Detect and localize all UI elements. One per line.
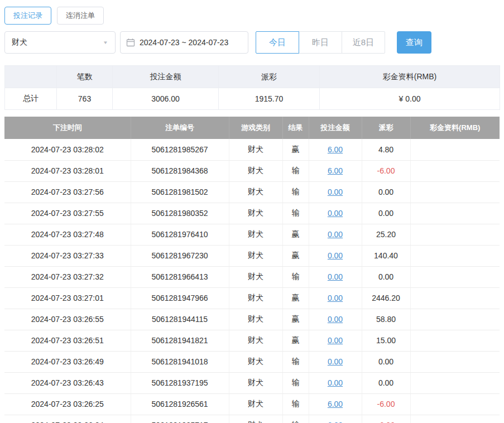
bet-amount-link[interactable]: 0.00 bbox=[328, 230, 343, 239]
result-cell: 输 bbox=[282, 351, 309, 372]
bonus-cell bbox=[410, 287, 500, 309]
bonus-cell bbox=[410, 351, 500, 372]
table-row: 2024-07-23 03:28:01 5061281984368 财犬 输 6… bbox=[4, 160, 500, 181]
result-cell: 输 bbox=[282, 372, 309, 393]
quick-range-group: 今日 昨日 近8日 bbox=[256, 31, 385, 54]
bet-amount-link[interactable]: 0.00 bbox=[328, 272, 343, 281]
bet-time-cell: 2024-07-23 03:26:51 bbox=[4, 330, 131, 351]
bet-time-cell: 2024-07-23 03:26:55 bbox=[4, 309, 131, 330]
summary-table: 笔数 投注金额 派彩 彩金资料(RMB) 总计 763 3006.00 1915… bbox=[4, 65, 500, 110]
bet-time-cell: 2024-07-23 03:26:43 bbox=[4, 372, 131, 393]
payout-cell: 2446.20 bbox=[362, 287, 410, 309]
bet-amount-link[interactable]: 0.00 bbox=[328, 315, 343, 324]
game-type-cell: 财犬 bbox=[229, 139, 282, 160]
bet-amount-link[interactable]: 0.00 bbox=[328, 294, 343, 302]
payout-cell: 140.40 bbox=[362, 245, 410, 266]
table-row: 2024-07-23 03:26:25 5061281926561 财犬 输 6… bbox=[4, 393, 500, 415]
table-row: 2024-07-23 03:26:55 5061281944115 财犬 赢 0… bbox=[4, 309, 500, 330]
bet-amount-link[interactable]: 0.00 bbox=[328, 251, 343, 260]
order-number-cell: 5061281980352 bbox=[131, 203, 229, 224]
bet-amount-cell: 0.00 bbox=[309, 287, 362, 309]
summary-header-bet: 投注金额 bbox=[113, 66, 219, 88]
bet-amount-link[interactable]: 6.00 bbox=[328, 166, 343, 175]
bonus-cell bbox=[410, 160, 500, 181]
bet-amount-link[interactable]: 0.00 bbox=[328, 188, 343, 196]
bet-amount-link[interactable]: 0.00 bbox=[328, 357, 343, 366]
bet-amount-cell: 0.00 bbox=[309, 266, 362, 287]
bet-time-cell: 2024-07-23 03:26:25 bbox=[4, 393, 131, 415]
bonus-cell bbox=[410, 181, 500, 203]
bet-amount-link[interactable]: 0.00 bbox=[328, 336, 343, 345]
summary-total-label: 总计 bbox=[5, 88, 57, 110]
tab-canceled-orders[interactable]: 连消注单 bbox=[57, 7, 104, 25]
table-row: 2024-07-23 03:26:24 5061281925717 财犬 输 6… bbox=[4, 415, 500, 423]
payout-cell: 0.00 bbox=[362, 372, 410, 393]
bet-time-cell: 2024-07-23 03:27:56 bbox=[4, 181, 131, 203]
header-result: 结果 bbox=[282, 117, 309, 139]
yesterday-button[interactable]: 昨日 bbox=[299, 31, 342, 54]
today-button[interactable]: 今日 bbox=[256, 31, 299, 54]
table-row: 2024-07-23 03:27:48 5061281976410 财犬 赢 0… bbox=[4, 224, 500, 245]
bonus-cell bbox=[410, 415, 500, 423]
header-bet-time: 下注时间 bbox=[4, 117, 131, 139]
bet-amount-cell: 6.00 bbox=[309, 415, 362, 423]
order-number-cell: 5061281944115 bbox=[131, 309, 229, 330]
last-8-days-button[interactable]: 近8日 bbox=[342, 31, 385, 54]
order-number-cell: 5061281981502 bbox=[131, 181, 229, 203]
bet-amount-cell: 6.00 bbox=[309, 139, 362, 160]
bet-time-cell: 2024-07-23 03:26:49 bbox=[4, 351, 131, 372]
payout-cell: 15.00 bbox=[362, 330, 410, 351]
header-bonus: 彩金资料(RMB) bbox=[410, 117, 500, 139]
summary-header-bonus: 彩金资料(RMB) bbox=[320, 66, 500, 88]
result-cell: 赢 bbox=[282, 245, 309, 266]
bet-time-cell: 2024-07-23 03:28:02 bbox=[4, 139, 131, 160]
bonus-cell bbox=[410, 330, 500, 351]
query-button[interactable]: 查询 bbox=[397, 31, 431, 54]
table-row: 2024-07-23 03:27:55 5061281980352 财犬 输 0… bbox=[4, 203, 500, 224]
bonus-cell bbox=[410, 372, 500, 393]
summary-bet-value: 3006.00 bbox=[113, 88, 219, 110]
bonus-cell bbox=[410, 203, 500, 224]
header-payout: 派彩 bbox=[362, 117, 410, 139]
bet-amount-link[interactable]: 6.00 bbox=[328, 400, 343, 408]
order-number-cell: 5061281985267 bbox=[131, 139, 229, 160]
tab-betting-records[interactable]: 投注记录 bbox=[4, 7, 51, 25]
game-type-cell: 财犬 bbox=[229, 415, 282, 423]
result-cell: 输 bbox=[282, 203, 309, 224]
order-number-cell: 5061281984368 bbox=[131, 160, 229, 181]
summary-count-value: 763 bbox=[57, 88, 113, 110]
game-type-cell: 财犬 bbox=[229, 330, 282, 351]
game-type-cell: 财犬 bbox=[229, 372, 282, 393]
bet-amount-cell: 0.00 bbox=[309, 372, 362, 393]
table-row: 2024-07-23 03:28:02 5061281985267 财犬 赢 6… bbox=[4, 139, 500, 160]
bet-time-cell: 2024-07-23 03:27:01 bbox=[4, 287, 131, 309]
result-cell: 赢 bbox=[282, 224, 309, 245]
result-cell: 输 bbox=[282, 266, 309, 287]
betting-records-page: 投注记录 连消注单 财犬 ▼ 2024-07-23 ~ 2024-07-23 今… bbox=[0, 7, 504, 423]
payout-cell: 4.80 bbox=[362, 139, 410, 160]
records-header-row: 下注时间 注单编号 游戏类别 结果 投注金额 派彩 彩金资料(RMB) bbox=[4, 117, 500, 139]
order-number-cell: 5061281941821 bbox=[131, 330, 229, 351]
payout-cell: 58.80 bbox=[362, 309, 410, 330]
bet-amount-link[interactable]: 6.00 bbox=[328, 145, 343, 154]
bet-amount-link[interactable]: 0.00 bbox=[328, 378, 343, 387]
payout-cell: -6.00 bbox=[362, 160, 410, 181]
game-type-cell: 财犬 bbox=[229, 351, 282, 372]
bet-amount-link[interactable]: 0.00 bbox=[328, 209, 343, 218]
result-cell: 赢 bbox=[282, 309, 309, 330]
summary-header-blank bbox=[5, 66, 57, 88]
filter-bar: 财犬 ▼ 2024-07-23 ~ 2024-07-23 今日 昨日 近8日 查… bbox=[4, 31, 504, 54]
result-cell: 赢 bbox=[282, 287, 309, 309]
bet-time-cell: 2024-07-23 03:27:55 bbox=[4, 203, 131, 224]
table-row: 2024-07-23 03:26:51 5061281941821 财犬 赢 0… bbox=[4, 330, 500, 351]
order-number-cell: 5061281947966 bbox=[131, 287, 229, 309]
table-row: 2024-07-23 03:27:01 5061281947966 财犬 赢 0… bbox=[4, 287, 500, 309]
order-number-cell: 5061281941018 bbox=[131, 351, 229, 372]
date-range-input[interactable]: 2024-07-23 ~ 2024-07-23 bbox=[120, 31, 248, 54]
bonus-cell bbox=[410, 245, 500, 266]
game-select[interactable]: 财犬 ▼ bbox=[4, 31, 116, 54]
bonus-cell bbox=[410, 393, 500, 415]
bet-amount-link[interactable]: 6.00 bbox=[328, 421, 343, 423]
header-game-type: 游戏类别 bbox=[229, 117, 282, 139]
bet-amount-cell: 0.00 bbox=[309, 245, 362, 266]
